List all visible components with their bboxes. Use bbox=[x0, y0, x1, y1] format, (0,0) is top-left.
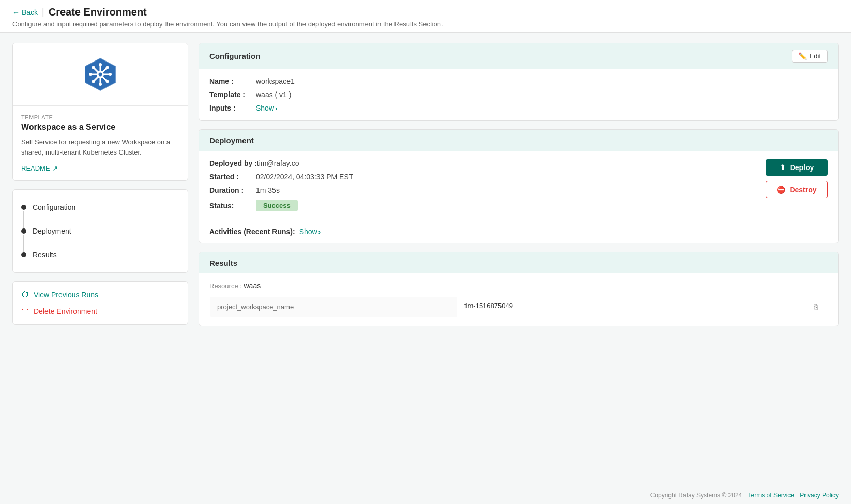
delete-environment-link[interactable]: 🗑 Delete Environment bbox=[21, 307, 179, 316]
activities-show-label: Show bbox=[299, 227, 317, 236]
nav-item-configuration[interactable]: Configuration bbox=[21, 200, 179, 215]
nav-label-results: Results bbox=[33, 251, 57, 259]
result-value-cell: tim-1516875049 ⎘ bbox=[457, 297, 828, 317]
svg-point-13 bbox=[99, 83, 102, 86]
config-inputs-row: Inputs : Show › bbox=[209, 104, 828, 112]
deployed-by-label: Deployed by : bbox=[209, 159, 257, 167]
nav-dot-deployment bbox=[21, 228, 26, 234]
template-card: TEMPLATE Workspace as a Service Self Ser… bbox=[12, 43, 188, 181]
template-name: Workspace as a Service bbox=[21, 123, 179, 132]
clock-icon: ⏱ bbox=[21, 290, 29, 299]
header-divider: | bbox=[42, 7, 44, 18]
svg-point-18 bbox=[106, 66, 109, 69]
nav-label-deployment: Deployment bbox=[33, 227, 71, 235]
deployed-by-row: Deployed by : tim@rafay.co bbox=[209, 159, 766, 167]
deployment-actions: ⬆ Deploy ⛔ Destroy bbox=[766, 159, 828, 198]
edit-button[interactable]: ✏️ Edit bbox=[792, 50, 828, 63]
config-template-label: Template : bbox=[209, 90, 256, 99]
svg-point-3 bbox=[99, 73, 102, 77]
activities-chevron: › bbox=[318, 228, 321, 236]
right-panel: Configuration ✏️ Edit Name : workspace1 … bbox=[199, 43, 839, 326]
page-subtitle: Configure and input required parameters … bbox=[12, 20, 839, 28]
deployment-section-header: Deployment bbox=[199, 130, 838, 151]
inputs-show-label: Show bbox=[256, 104, 274, 112]
terms-of-service-link[interactable]: Terms of Service bbox=[748, 492, 794, 499]
config-inputs-label: Inputs : bbox=[209, 104, 256, 112]
inputs-show-link[interactable]: Show › bbox=[256, 104, 277, 112]
page-footer: Copyright Rafay Systems © 2024 Terms of … bbox=[0, 486, 851, 504]
nav-item-results[interactable]: Results bbox=[21, 248, 179, 262]
template-info: TEMPLATE Workspace as a Service Self Ser… bbox=[13, 106, 188, 180]
copy-button[interactable]: ⎘ bbox=[812, 302, 820, 312]
edit-label: Edit bbox=[810, 52, 821, 60]
config-name-label: Name : bbox=[209, 77, 256, 85]
nav-label-configuration: Configuration bbox=[33, 203, 75, 211]
configuration-body: Name : workspace1 Template : waas ( v1 )… bbox=[199, 69, 838, 120]
nav-dot-results bbox=[21, 252, 26, 257]
template-description: Self Service for requesting a new Worksp… bbox=[21, 137, 179, 157]
kubernetes-icon bbox=[82, 56, 119, 93]
result-key: project_workspace_name bbox=[210, 297, 457, 317]
edit-icon: ✏️ bbox=[798, 52, 807, 60]
nav-dot-configuration bbox=[21, 205, 26, 210]
actions-card: ⏱ View Previous Runs 🗑 Delete Environmen… bbox=[12, 281, 188, 325]
left-panel: TEMPLATE Workspace as a Service Self Ser… bbox=[12, 43, 188, 325]
configuration-section-header: Configuration ✏️ Edit bbox=[199, 43, 838, 69]
table-row: project_workspace_name tim-1516875049 ⎘ bbox=[210, 297, 828, 317]
deployment-info: Deployed by : tim@rafay.co Started : 02/… bbox=[209, 159, 766, 211]
config-name-value: workspace1 bbox=[256, 77, 295, 85]
readme-link[interactable]: README ↗ bbox=[21, 164, 179, 172]
svg-point-14 bbox=[89, 73, 92, 76]
activities-show-link[interactable]: Show › bbox=[299, 227, 321, 236]
resource-value: waas bbox=[244, 282, 261, 290]
results-section: Results Resource : waas project_workspac… bbox=[199, 252, 839, 326]
svg-point-17 bbox=[106, 80, 109, 83]
resource-label: Resource : bbox=[209, 282, 242, 290]
config-template-value: waas ( v1 ) bbox=[256, 90, 291, 99]
config-template-row: Template : waas ( v1 ) bbox=[209, 90, 828, 99]
template-label: TEMPLATE bbox=[21, 114, 179, 120]
started-row: Started : 02/02/2024, 04:03:33 PM EST bbox=[209, 173, 766, 181]
deploy-icon: ⬆ bbox=[780, 163, 786, 172]
nav-item-deployment[interactable]: Deployment bbox=[21, 224, 179, 238]
copyright-text: Copyright Rafay Systems © 2024 bbox=[650, 492, 742, 499]
deployment-title: Deployment bbox=[209, 136, 254, 145]
status-badge: Success bbox=[256, 200, 298, 211]
inputs-chevron: › bbox=[275, 104, 277, 112]
results-table: project_workspace_name tim-1516875049 ⎘ bbox=[209, 296, 828, 317]
main-content: TEMPLATE Workspace as a Service Self Ser… bbox=[0, 33, 851, 337]
svg-point-12 bbox=[99, 63, 102, 66]
trash-icon: 🗑 bbox=[21, 307, 29, 316]
results-section-header: Results bbox=[199, 252, 838, 273]
duration-label: Duration : bbox=[209, 186, 256, 194]
breadcrumb: ← Back | Create Environment bbox=[12, 6, 839, 18]
back-button[interactable]: ← Back bbox=[12, 8, 38, 17]
activities-label: Activities (Recent Runs): bbox=[209, 227, 295, 236]
destroy-icon: ⛔ bbox=[777, 186, 785, 194]
deploy-label: Deploy bbox=[790, 163, 814, 172]
destroy-button[interactable]: ⛔ Destroy bbox=[766, 181, 828, 198]
page-header: ← Back | Create Environment Configure an… bbox=[0, 0, 851, 33]
nav-card: Configuration Deployment Results bbox=[12, 189, 188, 273]
copy-icon: ⎘ bbox=[814, 303, 818, 311]
duration-row: Duration : 1m 35s bbox=[209, 186, 766, 194]
privacy-policy-link[interactable]: Privacy Policy bbox=[800, 492, 839, 499]
configuration-title: Configuration bbox=[209, 52, 260, 60]
destroy-label: Destroy bbox=[789, 186, 816, 194]
deployment-body: Deployed by : tim@rafay.co Started : 02/… bbox=[199, 151, 838, 220]
view-previous-runs-link[interactable]: ⏱ View Previous Runs bbox=[21, 290, 179, 299]
deployment-section: Deployment Deployed by : tim@rafay.co St… bbox=[199, 129, 839, 243]
svg-point-15 bbox=[109, 73, 112, 76]
started-label: Started : bbox=[209, 173, 256, 181]
resource-label-row: Resource : waas bbox=[209, 282, 828, 290]
delete-environment-label: Delete Environment bbox=[34, 307, 97, 315]
page-title: Create Environment bbox=[49, 6, 147, 18]
template-icon-area bbox=[13, 43, 188, 106]
config-name-row: Name : workspace1 bbox=[209, 77, 828, 85]
view-previous-runs-label: View Previous Runs bbox=[34, 291, 98, 299]
duration-value: 1m 35s bbox=[256, 186, 280, 194]
deploy-button[interactable]: ⬆ Deploy bbox=[766, 159, 828, 176]
configuration-section: Configuration ✏️ Edit Name : workspace1 … bbox=[199, 43, 839, 121]
status-label: Status: bbox=[209, 202, 256, 210]
readme-label: README bbox=[21, 164, 50, 172]
